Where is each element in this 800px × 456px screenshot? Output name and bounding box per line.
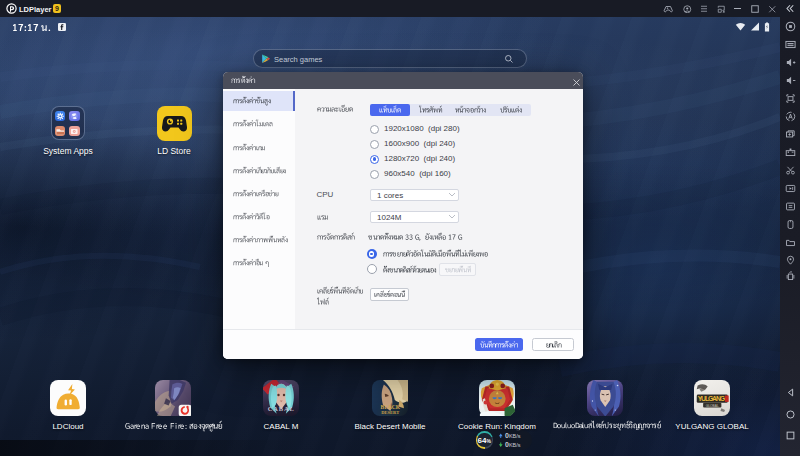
svg-text:BLACK: BLACK: [380, 404, 400, 410]
svg-text:CABAL: CABAL: [268, 404, 295, 411]
svg-text:DESERT: DESERT: [381, 410, 399, 415]
svg-text:YULGANG: YULGANG: [697, 395, 724, 402]
svg-text:GLOBAL: GLOBAL: [705, 403, 718, 407]
